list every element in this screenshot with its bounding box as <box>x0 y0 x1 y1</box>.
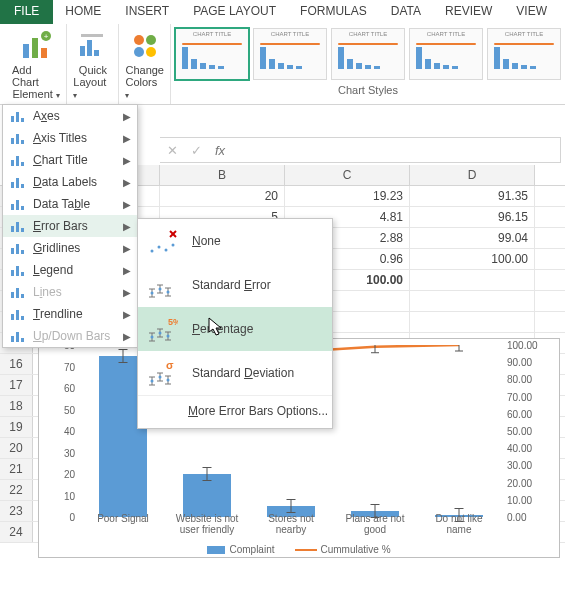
chart-style-1[interactable]: CHART TITLE <box>175 28 249 80</box>
row-header[interactable]: 21 <box>0 459 33 479</box>
svg-point-88 <box>159 376 162 379</box>
fx-icon[interactable]: fx <box>208 143 232 158</box>
error-bars-standard-error[interactable]: Standard Error <box>138 263 332 307</box>
row-header[interactable]: 17 <box>0 375 33 395</box>
menu-item-label: Axis Titles <box>33 131 115 145</box>
menu-item-icon <box>9 328 25 344</box>
menu-item-trendline[interactable]: Trendline▶ <box>3 303 137 325</box>
svg-rect-16 <box>11 138 14 144</box>
menu-item-label: Axes <box>33 109 115 123</box>
row-header[interactable]: 19 <box>0 417 33 437</box>
row-header[interactable]: 16 <box>0 354 33 374</box>
add-chart-element-button[interactable]: + Add Chart Element ▾ <box>12 28 60 101</box>
svg-point-51 <box>172 244 175 247</box>
legend-line-cumulative <box>295 549 317 551</box>
col-header-b[interactable]: B <box>160 165 285 185</box>
svg-rect-27 <box>21 206 24 210</box>
quick-layout-label1: Quick <box>79 64 107 76</box>
error-bars-percentage[interactable]: 5% Percentage <box>138 307 332 351</box>
menu-item-chart-title[interactable]: Chart Title▶ <box>3 149 137 171</box>
chart-style-4[interactable]: CHART TITLE <box>409 28 483 80</box>
svg-rect-6 <box>87 40 92 56</box>
svg-rect-36 <box>21 272 24 276</box>
error-bars-standard-error-label: Standard Error <box>192 278 271 292</box>
svg-rect-39 <box>21 294 24 298</box>
tab-review[interactable]: REVIEW <box>433 0 504 24</box>
col-header-c[interactable]: C <box>285 165 410 185</box>
svg-text:σ: σ <box>166 359 174 371</box>
submenu-arrow-icon: ▶ <box>123 133 131 144</box>
svg-rect-41 <box>16 310 19 320</box>
menu-item-label: Data Table <box>33 197 115 211</box>
svg-point-50 <box>165 249 168 252</box>
chart-style-5[interactable]: CHART TITLE <box>487 28 561 80</box>
svg-point-12 <box>146 47 156 57</box>
svg-rect-21 <box>21 162 24 166</box>
row-header[interactable]: 22 <box>0 480 33 500</box>
change-colors-button[interactable]: Change Colors ▾ <box>125 28 164 101</box>
chart-style-2[interactable]: CHART TITLE <box>253 28 327 80</box>
row-header[interactable]: 23 <box>0 501 33 521</box>
menu-item-axis-titles[interactable]: Axis Titles▶ <box>3 127 137 149</box>
svg-point-75 <box>159 332 162 335</box>
menu-item-icon <box>9 196 25 212</box>
error-bars-none[interactable]: None <box>138 219 332 263</box>
menu-item-label: Up/Down Bars <box>33 329 115 343</box>
more-error-bars-options[interactable]: More Error Bars Options... <box>138 395 332 428</box>
cell[interactable]: 19.23 <box>285 186 410 206</box>
add-chart-element-label2: Element <box>12 88 52 100</box>
cancel-formula-icon[interactable]: ✕ <box>160 143 184 158</box>
menu-item-axes[interactable]: Axes▶ <box>3 105 137 127</box>
cell[interactable]: 100.00 <box>410 249 535 269</box>
cell[interactable]: 91.35 <box>410 186 535 206</box>
menu-item-gridlines[interactable]: Gridlines▶ <box>3 237 137 259</box>
col-header-d[interactable]: D <box>410 165 535 185</box>
submenu-arrow-icon: ▶ <box>123 155 131 166</box>
cell[interactable]: 20 <box>160 186 285 206</box>
svg-rect-7 <box>94 50 99 56</box>
quick-layout-button[interactable]: Quick Layout ▾ <box>73 28 112 101</box>
tab-formulas[interactable]: FORMULAS <box>288 0 379 24</box>
svg-rect-23 <box>16 178 19 188</box>
tab-file[interactable]: FILE <box>0 0 53 24</box>
error-bars-standard-deviation[interactable]: σ Standard Deviation <box>138 351 332 395</box>
svg-point-48 <box>151 250 154 253</box>
cell[interactable] <box>410 270 535 290</box>
svg-point-10 <box>146 35 156 45</box>
menu-item-label: Lines <box>33 285 115 299</box>
menu-item-data-labels[interactable]: Data Labels▶ <box>3 171 137 193</box>
submenu-arrow-icon: ▶ <box>123 177 131 188</box>
cell[interactable] <box>410 312 535 332</box>
menu-item-icon <box>9 130 25 146</box>
tab-page-layout[interactable]: PAGE LAYOUT <box>181 0 288 24</box>
svg-rect-5 <box>80 46 85 56</box>
menu-item-data-table[interactable]: Data Table▶ <box>3 193 137 215</box>
submenu-arrow-icon: ▶ <box>123 199 131 210</box>
tab-insert[interactable]: INSERT <box>113 0 181 24</box>
svg-rect-15 <box>21 118 24 122</box>
category-label: Website is not user friendly <box>171 513 243 535</box>
tab-view[interactable]: VIEW <box>504 0 559 24</box>
row-header[interactable]: 20 <box>0 438 33 458</box>
add-chart-element-icon: + <box>20 30 52 62</box>
accept-formula-icon[interactable]: ✓ <box>184 143 208 158</box>
chart-style-3[interactable]: CHART TITLE <box>331 28 405 80</box>
cell[interactable] <box>410 291 535 311</box>
chart-bar[interactable] <box>183 474 231 517</box>
row-header[interactable]: 24 <box>0 522 33 542</box>
row-header[interactable]: 18 <box>0 396 33 416</box>
svg-rect-18 <box>21 140 24 144</box>
cell[interactable]: 99.04 <box>410 228 535 248</box>
svg-point-74 <box>151 336 154 339</box>
menu-item-error-bars[interactable]: Error Bars▶ <box>3 215 137 237</box>
tab-data[interactable]: DATA <box>379 0 433 24</box>
svg-point-89 <box>167 379 170 382</box>
menu-item-lines: Lines▶ <box>3 281 137 303</box>
svg-rect-0 <box>23 44 29 58</box>
tab-home[interactable]: HOME <box>53 0 113 24</box>
cell[interactable]: 96.15 <box>410 207 535 227</box>
menu-item-legend[interactable]: Legend▶ <box>3 259 137 281</box>
menu-item-icon <box>9 306 25 322</box>
quick-layout-label2: Layout <box>73 76 106 88</box>
menu-item-icon <box>9 240 25 256</box>
